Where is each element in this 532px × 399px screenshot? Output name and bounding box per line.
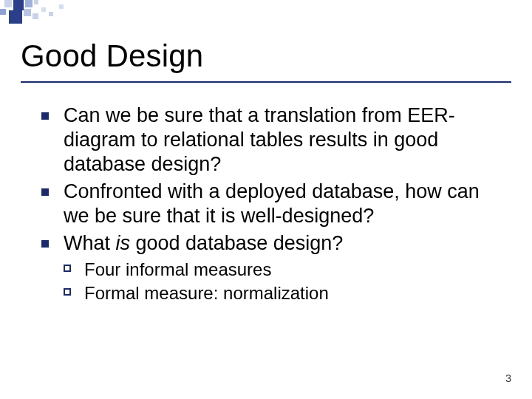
bullet-text: Can we be sure that a translation from E… [64, 104, 455, 175]
bullet-text: What is good database design? [64, 232, 343, 254]
bullet-text-part: good database design? [130, 232, 343, 254]
bullet-item: Confronted with a deployed database, how… [41, 180, 499, 228]
deco-square [49, 12, 53, 16]
bullet-item: Can we be sure that a translation from E… [41, 103, 499, 177]
subbullet-text: Formal measure: normalization [84, 283, 329, 303]
bullet-text-part: What [64, 232, 116, 254]
subbullet-item: Formal measure: normalization [41, 282, 499, 304]
deco-square [0, 9, 6, 15]
bullet-text: Confronted with a deployed database, how… [64, 180, 480, 227]
deco-square [59, 4, 64, 9]
deco-square [25, 0, 33, 7]
bullet-item: What is good database design? [41, 231, 499, 256]
corner-decoration [0, 0, 532, 25]
subbullet-item: Four informal measures [41, 259, 499, 281]
subbullet-text: Four informal measures [84, 259, 271, 279]
deco-square [13, 0, 24, 10]
deco-square [9, 10, 22, 24]
deco-square [34, 0, 38, 4]
slide-body: Can we be sure that a translation from E… [41, 103, 499, 304]
page-number: 3 [505, 372, 511, 384]
slide: Good Design Can we be sure that a transl… [0, 0, 532, 399]
square-bullet-icon [41, 240, 49, 248]
deco-square [24, 9, 31, 16]
square-bullet-icon [41, 112, 49, 120]
slide-title: Good Design [21, 38, 203, 74]
title-rule [21, 81, 511, 83]
hollow-square-bullet-icon [64, 265, 71, 272]
deco-square [4, 0, 12, 7]
hollow-square-bullet-icon [64, 288, 71, 296]
deco-square [33, 13, 38, 19]
square-bullet-icon [41, 188, 49, 196]
bullet-text-emphasis: is [116, 232, 131, 254]
deco-square [41, 7, 46, 12]
